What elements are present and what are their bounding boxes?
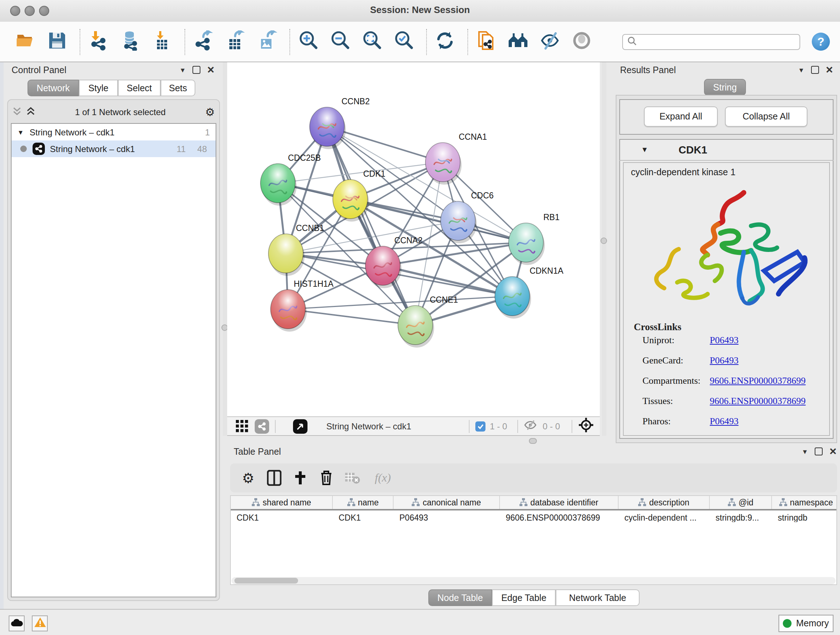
save-session-button[interactable] bbox=[46, 31, 68, 52]
network-row[interactable]: String Network – cdk1 11 48 bbox=[11, 141, 216, 157]
column-header-shared-name[interactable]: shared name bbox=[231, 496, 333, 509]
import-network-from-database-button[interactable] bbox=[119, 31, 141, 52]
tab-network-table[interactable]: Network Table bbox=[556, 589, 639, 606]
table-cell[interactable]: CDK1 bbox=[231, 513, 333, 522]
gear-icon[interactable]: ⚙ bbox=[205, 106, 215, 119]
edge-CCNB2-CCNE1[interactable] bbox=[327, 127, 415, 325]
panel-menu-icon[interactable]: ▼ bbox=[798, 66, 805, 73]
collapse-all-button[interactable]: Collapse All bbox=[725, 106, 807, 127]
edge-CCNE1-HIST1H1A[interactable] bbox=[288, 309, 415, 325]
table-row[interactable]: CDK1CDK1P064939606.ENSP00000378699cyclin… bbox=[231, 510, 836, 524]
bottom-splitter-handle[interactable] bbox=[529, 438, 537, 444]
table-cell[interactable]: stringdb:9... bbox=[710, 513, 772, 522]
expand-all-icon[interactable] bbox=[26, 106, 35, 118]
tab-network[interactable]: Network bbox=[27, 80, 79, 96]
node-RB1[interactable]: RB1 bbox=[508, 212, 560, 265]
panel-menu-icon[interactable]: ▼ bbox=[802, 448, 808, 455]
tab-node-table[interactable]: Node Table bbox=[428, 589, 492, 606]
table-horizontal-scrollbar[interactable] bbox=[232, 577, 836, 584]
node-HIST1H1A[interactable]: HIST1H1A bbox=[271, 279, 334, 332]
tab-style[interactable]: Style bbox=[79, 80, 118, 96]
node-CCNB1[interactable]: CCNB1 bbox=[268, 223, 324, 276]
crosslink-link[interactable]: 9606.ENSP00000378699 bbox=[710, 375, 806, 386]
string-view-icon[interactable] bbox=[255, 419, 269, 433]
float-panel-icon[interactable] bbox=[815, 448, 823, 455]
tab-edge-table[interactable]: Edge Table bbox=[492, 589, 556, 606]
zoom-in-button[interactable] bbox=[297, 31, 319, 52]
update-networks-button[interactable] bbox=[434, 31, 456, 52]
panel-menu-icon[interactable]: ▼ bbox=[180, 66, 186, 73]
title-bar: Session: New Session bbox=[0, 0, 840, 22]
hidden-eye-icon[interactable] bbox=[524, 420, 537, 432]
zoom-fit-button[interactable] bbox=[361, 31, 383, 52]
column-header-namespace[interactable]: namespace bbox=[772, 496, 837, 509]
search-input[interactable] bbox=[622, 34, 800, 50]
gear-icon[interactable]: ⚙ bbox=[239, 469, 257, 487]
export-network-button[interactable] bbox=[193, 31, 214, 52]
import-string-network-button[interactable] bbox=[475, 31, 497, 52]
warning-status-button[interactable] bbox=[32, 616, 48, 631]
tab-select[interactable]: Select bbox=[118, 80, 161, 96]
show-hide-button[interactable] bbox=[539, 31, 561, 52]
help-button[interactable]: ? bbox=[812, 33, 830, 51]
export-image-button[interactable] bbox=[256, 31, 278, 52]
column-header-database-identifier[interactable]: database identifier bbox=[500, 496, 619, 509]
collapse-all-icon[interactable] bbox=[12, 106, 22, 118]
import-network-file-button[interactable] bbox=[88, 31, 109, 52]
node-CDC25B[interactable]: CDC25B bbox=[261, 153, 321, 206]
home-button[interactable] bbox=[507, 31, 529, 52]
delete-column-icon[interactable] bbox=[317, 469, 336, 487]
database-import-icon bbox=[120, 30, 141, 53]
table-cell[interactable]: stringdb bbox=[772, 513, 837, 522]
crosslink-link[interactable]: P06493 bbox=[710, 355, 738, 366]
table-cell[interactable]: 9606.ENSP00000378699 bbox=[500, 513, 619, 522]
grid-view-icon[interactable] bbox=[234, 419, 249, 433]
detach-view-icon[interactable] bbox=[293, 419, 308, 433]
selected-checkbox-icon[interactable] bbox=[475, 421, 485, 431]
column-header-name[interactable]: name bbox=[333, 496, 393, 509]
column-header-description[interactable]: description bbox=[619, 496, 710, 509]
table-cell[interactable]: P06493 bbox=[393, 513, 500, 522]
cloud-status-button[interactable] bbox=[9, 616, 25, 631]
node-result-header[interactable]: ▼ CDK1 bbox=[619, 139, 834, 161]
zoom-selected-button[interactable] bbox=[393, 31, 415, 52]
node-CCNA1[interactable]: CCNA1 bbox=[425, 132, 487, 185]
close-panel-icon[interactable]: ✕ bbox=[826, 67, 834, 73]
add-column-icon[interactable] bbox=[291, 469, 309, 487]
tab-sets[interactable]: Sets bbox=[161, 80, 195, 96]
memory-button[interactable]: Memory bbox=[778, 615, 834, 632]
collection-expander-icon[interactable]: ▼ bbox=[17, 128, 24, 136]
birdseye-navigator-icon[interactable] bbox=[578, 417, 594, 435]
close-panel-icon[interactable]: ✕ bbox=[829, 448, 837, 455]
table-cell[interactable]: CDK1 bbox=[333, 513, 393, 522]
import-table-button[interactable] bbox=[151, 31, 173, 52]
tab-string-results[interactable]: String bbox=[704, 79, 746, 96]
zoom-out-button[interactable] bbox=[329, 31, 351, 52]
crosslink-link[interactable]: P06493 bbox=[710, 334, 738, 346]
node-CDK1[interactable]: CDK1 bbox=[333, 169, 385, 222]
node-CCNE1[interactable]: CCNE1 bbox=[398, 295, 458, 348]
expand-all-button[interactable]: Expand All bbox=[644, 106, 718, 127]
close-panel-icon[interactable]: ✕ bbox=[207, 67, 215, 73]
crosslink-link[interactable]: 9606.ENSP00000378699 bbox=[710, 395, 806, 407]
show-columns-icon[interactable] bbox=[265, 469, 284, 487]
column-header--id[interactable]: @id bbox=[710, 496, 772, 509]
open-session-button[interactable] bbox=[14, 31, 36, 52]
float-panel-icon[interactable] bbox=[811, 66, 819, 74]
float-panel-icon[interactable] bbox=[193, 66, 201, 74]
node-CDKN1A[interactable]: CDKN1A bbox=[495, 266, 564, 318]
node-CDC6[interactable]: CDC6 bbox=[441, 191, 494, 243]
network-canvas[interactable]: CCNB2CCNA1CDC25BCDK1CDC6RB1CCNB1CCNA2CDK… bbox=[227, 62, 600, 416]
right-splitter-handle[interactable] bbox=[600, 238, 607, 244]
node-CCNB2[interactable]: CCNB2 bbox=[309, 97, 370, 149]
network-collection-row[interactable]: ▼ String Network – cdk1 1 bbox=[11, 124, 216, 141]
graphics-detail-button[interactable] bbox=[571, 31, 592, 52]
table-cell[interactable]: cyclin-dependent ... bbox=[619, 513, 710, 522]
section-expander-icon[interactable]: ▼ bbox=[641, 146, 648, 154]
right-splitter[interactable] bbox=[602, 62, 606, 436]
left-splitter[interactable] bbox=[223, 62, 227, 436]
column-header-canonical-name[interactable]: canonical name bbox=[393, 496, 500, 509]
scrollbar-thumb[interactable] bbox=[234, 578, 298, 584]
export-table-button[interactable] bbox=[224, 31, 246, 52]
crosslink-link[interactable]: P06493 bbox=[710, 416, 738, 427]
